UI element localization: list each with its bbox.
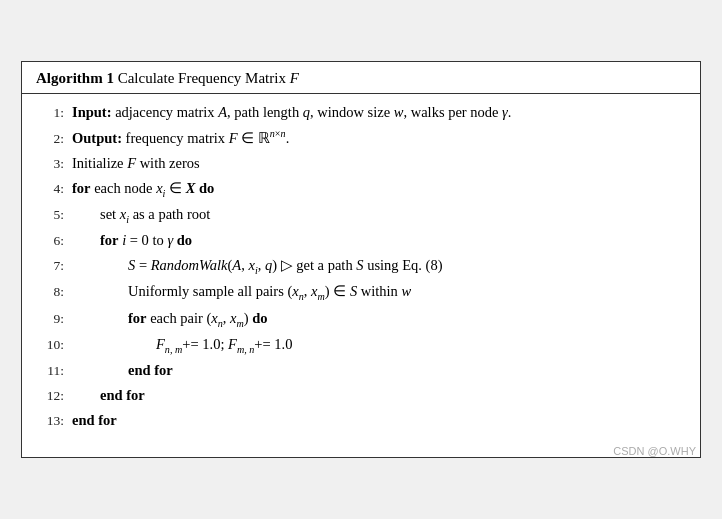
- line-number: 12:: [36, 385, 64, 408]
- line-content: set xi as a path root: [72, 202, 686, 228]
- line-number: 3:: [36, 153, 64, 176]
- algorithm-line: 3:Initialize F with zeros: [36, 151, 686, 176]
- algorithm-line: 12:end for: [36, 383, 686, 408]
- line-number: 9:: [36, 308, 64, 331]
- algorithm-title: Calculate Frequency Matrix F: [118, 70, 299, 86]
- algorithm-line: 11:end for: [36, 358, 686, 383]
- line-content: for i = 0 to γ do: [72, 228, 686, 253]
- line-content: Initialize F with zeros: [72, 151, 686, 176]
- line-content: Fn, m+= 1.0; Fm, n+= 1.0: [72, 332, 686, 358]
- algorithm-line: 6:for i = 0 to γ do: [36, 228, 686, 253]
- line-number: 7:: [36, 255, 64, 278]
- line-number: 6:: [36, 230, 64, 253]
- line-content: Output: frequency matrix F ∈ ℝn×n.: [72, 125, 686, 150]
- line-number: 10:: [36, 334, 64, 357]
- watermark: CSDN @O.WHY: [22, 443, 700, 457]
- algorithm-line: 4:for each node xi ∈ X do: [36, 176, 686, 202]
- algorithm-line: 1:Input: adjacency matrix A, path length…: [36, 100, 686, 125]
- line-content: Uniformly sample all pairs (xn, xm) ∈ S …: [72, 279, 686, 305]
- algorithm-line: 13:end for: [36, 408, 686, 433]
- line-content: S = RandomWalk(A, xi, q) ▷ get a path S …: [72, 253, 686, 279]
- line-number: 5:: [36, 204, 64, 227]
- algorithm-box: Algorithm 1 Calculate Frequency Matrix F…: [21, 61, 701, 457]
- algorithm-line: 9:for each pair (xn, xm) do: [36, 306, 686, 332]
- line-number: 1:: [36, 102, 64, 125]
- line-number: 4:: [36, 178, 64, 201]
- algorithm-line: 2:Output: frequency matrix F ∈ ℝn×n.: [36, 125, 686, 151]
- line-content: for each node xi ∈ X do: [72, 176, 686, 202]
- algorithm-header: Algorithm 1 Calculate Frequency Matrix F: [22, 62, 700, 94]
- algorithm-line: 10:Fn, m+= 1.0; Fm, n+= 1.0: [36, 332, 686, 358]
- line-content: end for: [72, 383, 686, 408]
- algorithm-line: 8:Uniformly sample all pairs (xn, xm) ∈ …: [36, 279, 686, 305]
- line-number: 2:: [36, 128, 64, 151]
- line-content: end for: [72, 408, 686, 433]
- line-number: 13:: [36, 410, 64, 433]
- line-number: 8:: [36, 281, 64, 304]
- line-content: for each pair (xn, xm) do: [72, 306, 686, 332]
- algorithm-label: Algorithm 1: [36, 70, 114, 86]
- algorithm-body: 1:Input: adjacency matrix A, path length…: [22, 94, 700, 442]
- line-content: Input: adjacency matrix A, path length q…: [72, 100, 686, 125]
- algorithm-line: 7:S = RandomWalk(A, xi, q) ▷ get a path …: [36, 253, 686, 279]
- line-number: 11:: [36, 360, 64, 383]
- line-content: end for: [72, 358, 686, 383]
- algorithm-line: 5:set xi as a path root: [36, 202, 686, 228]
